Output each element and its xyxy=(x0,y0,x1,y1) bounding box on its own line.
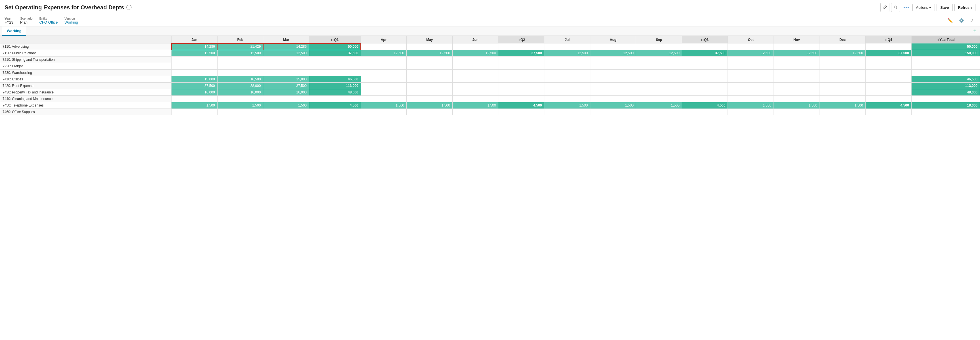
table-cell[interactable]: 37,500 xyxy=(682,50,728,57)
table-cell[interactable]: 48,000 xyxy=(911,89,980,96)
collapse-q1-icon[interactable]: ⊟ xyxy=(331,38,333,41)
header-label-col xyxy=(0,37,172,43)
table-cell xyxy=(361,70,407,76)
table-cell[interactable]: 46,500 xyxy=(309,76,361,83)
collapse-q4-icon[interactable]: ⊟ xyxy=(885,38,887,41)
table-cell[interactable]: 113,000 xyxy=(911,83,980,89)
table-cell[interactable]: 1,500 xyxy=(407,102,453,109)
version-value[interactable]: Working xyxy=(64,20,78,24)
header-dec: Dec xyxy=(819,37,865,43)
working-tab[interactable]: Working xyxy=(2,26,26,36)
collapse-q2-icon[interactable]: ⊟ xyxy=(518,38,520,41)
header-bar: Set Operating Expenses for Overhead Dept… xyxy=(0,0,980,15)
table-cell xyxy=(682,43,728,50)
table-cell[interactable]: 4,500 xyxy=(682,102,728,109)
table-cell[interactable]: 1,500 xyxy=(361,102,407,109)
collapse-year-icon[interactable]: ⊟ xyxy=(937,38,939,41)
table-cell xyxy=(682,109,728,115)
header-year-total: ⊟YearTotal xyxy=(911,37,980,43)
table-cell[interactable]: 1,500 xyxy=(263,102,309,109)
table-cell[interactable]: 16,000 xyxy=(263,89,309,96)
table-cell[interactable]: 37,500 xyxy=(309,50,361,57)
table-cell[interactable]: 12,500 xyxy=(452,50,498,57)
table-cell[interactable]: 18,000 xyxy=(911,102,980,109)
info-icon[interactable]: i xyxy=(126,5,132,10)
table-cell xyxy=(819,63,865,70)
header-jul: Jul xyxy=(544,37,590,43)
actions-button[interactable]: Actions ▾ xyxy=(912,4,935,11)
pencil-icon-button[interactable]: ✏️ xyxy=(946,17,955,24)
table-cell[interactable]: 1,500 xyxy=(774,102,820,109)
table-cell xyxy=(911,96,980,102)
table-cell[interactable]: 12,500 xyxy=(361,50,407,57)
search-icon-button[interactable] xyxy=(891,3,900,12)
table-cell xyxy=(682,96,728,102)
table-cell xyxy=(590,109,636,115)
scenario-field: Scenario Plan xyxy=(20,17,32,24)
table-cell[interactable]: 12,500 xyxy=(728,50,774,57)
entity-value[interactable]: CFO Office xyxy=(40,20,58,24)
table-cell[interactable]: 1,500 xyxy=(544,102,590,109)
table-cell[interactable]: 37,500 xyxy=(172,83,218,89)
collapse-q3-icon[interactable]: ⊟ xyxy=(701,38,703,41)
dots-button[interactable] xyxy=(902,6,911,10)
table-cell xyxy=(728,109,774,115)
table-cell[interactable]: 50,000 xyxy=(911,43,980,50)
refresh-button[interactable]: Refresh xyxy=(955,4,975,11)
save-button[interactable]: Save xyxy=(937,4,953,11)
table-cell[interactable]: 21,429 xyxy=(217,43,263,50)
table-cell[interactable]: 113,000 xyxy=(309,83,361,89)
table-cell[interactable]: 12,500 xyxy=(217,50,263,57)
table-cell[interactable]: 12,500 xyxy=(590,50,636,57)
add-tab-button[interactable]: + xyxy=(970,27,980,35)
table-cell[interactable]: 1,500 xyxy=(819,102,865,109)
table-cell xyxy=(361,43,407,50)
table-cell[interactable]: 37,500 xyxy=(263,83,309,89)
table-cell[interactable]: 37,500 xyxy=(498,50,544,57)
table-cell[interactable]: 4,500 xyxy=(498,102,544,109)
table-cell[interactable]: 4,500 xyxy=(309,102,361,109)
table-cell[interactable]: 1,500 xyxy=(172,102,218,109)
table-cell xyxy=(774,57,820,63)
table-cell[interactable]: 12,500 xyxy=(544,50,590,57)
table-cell[interactable]: 48,000 xyxy=(309,89,361,96)
table-cell[interactable]: 50,000 xyxy=(309,43,361,50)
table-cell xyxy=(590,76,636,83)
table-cell xyxy=(263,96,309,102)
table-cell[interactable]: 16,000 xyxy=(217,89,263,96)
table-cell[interactable]: 16,500 xyxy=(217,76,263,83)
table-cell[interactable]: 14,286 xyxy=(172,43,218,50)
edit-icon-button[interactable] xyxy=(880,3,889,12)
table-cell[interactable]: 1,500 xyxy=(217,102,263,109)
table-cell xyxy=(544,76,590,83)
table-row: 7220: Freight xyxy=(0,63,980,70)
table-cell[interactable]: 1,500 xyxy=(728,102,774,109)
table-cell[interactable]: 16,000 xyxy=(172,89,218,96)
table-cell[interactable]: 12,500 xyxy=(263,50,309,57)
table-cell[interactable]: 12,500 xyxy=(407,50,453,57)
table-cell[interactable]: 15,000 xyxy=(172,76,218,83)
table-cell[interactable]: 38,000 xyxy=(217,83,263,89)
meta-icons: ✏️ ⚙️ ⤢ xyxy=(946,17,975,24)
table-cell[interactable]: 12,500 xyxy=(172,50,218,57)
table-cell[interactable]: 15,000 xyxy=(263,76,309,83)
table-cell[interactable]: 12,500 xyxy=(774,50,820,57)
table-cell xyxy=(452,89,498,96)
table-cell xyxy=(452,63,498,70)
table-cell xyxy=(217,63,263,70)
table-cell[interactable]: 37,500 xyxy=(865,50,912,57)
table-cell[interactable]: 4,500 xyxy=(865,102,912,109)
table-cell xyxy=(774,96,820,102)
table-cell[interactable]: 1,500 xyxy=(452,102,498,109)
expand-icon-button[interactable]: ⤢ xyxy=(968,17,975,24)
settings-icon-button[interactable]: ⚙️ xyxy=(957,17,966,24)
table-cell[interactable]: 1,500 xyxy=(590,102,636,109)
table-cell[interactable]: 12,500 xyxy=(636,50,682,57)
table-cell xyxy=(309,57,361,63)
header-jan: Jan xyxy=(172,37,218,43)
table-cell[interactable]: 14,286 xyxy=(263,43,309,50)
table-cell[interactable]: 1,500 xyxy=(636,102,682,109)
table-cell[interactable]: 46,500 xyxy=(911,76,980,83)
table-cell[interactable]: 150,000 xyxy=(911,50,980,57)
table-cell[interactable]: 12,500 xyxy=(819,50,865,57)
